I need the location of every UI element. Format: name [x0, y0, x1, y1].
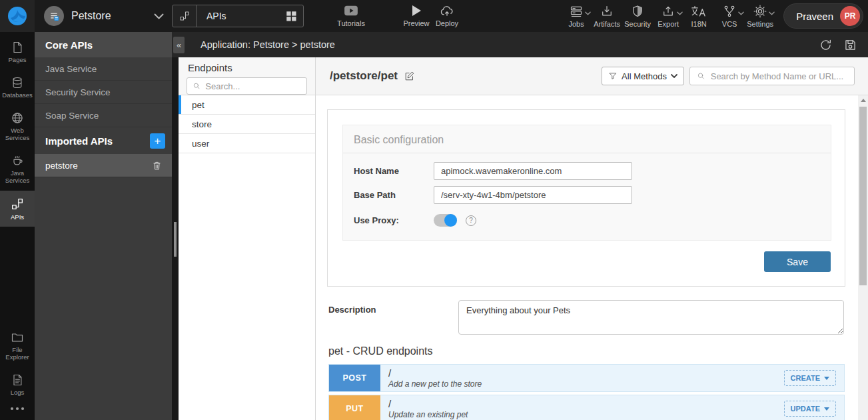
- host-name-input[interactable]: [434, 162, 632, 180]
- ellipsis-icon: [10, 407, 25, 411]
- more-options-button[interactable]: [0, 403, 35, 420]
- scrollbar-thumb[interactable]: [859, 107, 867, 285]
- endpoint-item-user[interactable]: user: [179, 134, 315, 153]
- api-nav-item-java-service[interactable]: Java Service: [35, 57, 172, 81]
- artifacts-button[interactable]: Artifacts: [592, 0, 622, 32]
- sidebar-item-java-services[interactable]: Java Services: [0, 148, 35, 191]
- chevron-down-icon: [671, 74, 677, 78]
- project-name: Petstore: [71, 10, 147, 22]
- artifacts-label: Artifacts: [594, 20, 620, 28]
- create-action-button[interactable]: CREATE: [784, 370, 836, 386]
- add-api-button[interactable]: +: [150, 133, 165, 149]
- endpoints-search-input[interactable]: [205, 81, 301, 91]
- user-menu[interactable]: Praveen PR: [783, 3, 863, 29]
- page-icon: [11, 41, 24, 54]
- deploy-button[interactable]: Deploy: [432, 0, 462, 32]
- caret-down-icon: [824, 377, 829, 380]
- endpoint-row-post[interactable]: POST / Add a new pet to the store CREATE: [328, 364, 845, 392]
- description-textarea[interactable]: Everything about your Pets: [458, 300, 844, 335]
- tutorials-label: Tutorials: [337, 19, 365, 27]
- save-icon[interactable]: [843, 38, 857, 52]
- methods-filter-dropdown[interactable]: All Methods: [602, 67, 684, 85]
- save-button[interactable]: Save: [764, 251, 831, 272]
- api-nav-item-security-service[interactable]: Security Service: [35, 81, 172, 104]
- page-title: /petstore/pet: [330, 69, 415, 83]
- export-button[interactable]: Export: [653, 0, 683, 32]
- caret-down-icon: [824, 407, 829, 411]
- endpoint-item-pet[interactable]: pet: [179, 95, 315, 115]
- security-button[interactable]: Security: [622, 0, 653, 32]
- sidebar-item-logs[interactable]: Logs: [0, 367, 35, 403]
- sidebar-label: File Explorer: [1, 347, 34, 361]
- chevron-down-icon: [677, 11, 683, 15]
- api-nav-item-soap-service[interactable]: Soap Service: [35, 104, 172, 127]
- sidebar-item-file-explorer[interactable]: File Explorer: [0, 325, 35, 367]
- wavemaker-logo[interactable]: [0, 0, 35, 32]
- api-nav-item-petstore[interactable]: petstore: [35, 154, 172, 177]
- sidebar-label: Web Services: [1, 127, 34, 142]
- update-action-label: UPDATE: [791, 405, 820, 413]
- method-search: [689, 67, 855, 85]
- endpoints-title: Endpoints: [188, 62, 307, 73]
- edit-icon[interactable]: [404, 71, 415, 82]
- detail-header-controls: All Methods: [602, 67, 855, 85]
- description-row: Description Everything about your Pets: [328, 300, 844, 335]
- chevron-down-icon: [769, 11, 775, 15]
- sidebar-item-pages[interactable]: Pages: [0, 35, 35, 70]
- scrollbar-up-arrow[interactable]: [858, 95, 868, 105]
- endpoint-path: /: [388, 367, 784, 379]
- host-name-label: Host Name: [354, 166, 434, 176]
- toggle-knob: [444, 214, 457, 227]
- imported-apis-label: Imported APIs: [45, 135, 113, 147]
- shield-icon: [631, 5, 644, 18]
- context-selector-label: APIs: [197, 11, 285, 21]
- deploy-label: Deploy: [436, 19, 458, 27]
- sidebar-scrollbar-thumb[interactable]: [174, 222, 177, 257]
- update-action-button[interactable]: UPDATE: [784, 401, 836, 417]
- collapse-panel-button[interactable]: «: [173, 37, 185, 53]
- create-action-label: CREATE: [791, 374, 820, 382]
- jobs-label: Jobs: [569, 20, 584, 28]
- context-selector[interactable]: APIs: [172, 5, 304, 27]
- sidebar-label: Pages: [9, 57, 27, 64]
- main-content: /petstore/pet All Methods: [315, 57, 868, 420]
- api-icon: [10, 197, 25, 211]
- gear-icon: [753, 5, 767, 18]
- sidebar-label: Databases: [2, 92, 32, 99]
- jobs-button[interactable]: Jobs: [561, 0, 592, 32]
- sidebar-item-databases[interactable]: Databases: [0, 70, 35, 105]
- endpoint-item-store[interactable]: store: [179, 115, 315, 134]
- use-proxy-toggle[interactable]: [434, 214, 457, 227]
- help-icon[interactable]: ?: [466, 215, 476, 226]
- detail-header: /petstore/pet All Methods: [316, 57, 868, 95]
- upload-icon: [661, 5, 675, 18]
- main-scrollbar[interactable]: [858, 95, 868, 420]
- preview-button[interactable]: Preview: [401, 0, 432, 32]
- globe-icon: [11, 111, 24, 125]
- project-selector[interactable]: Petstore: [35, 6, 172, 26]
- sidebar-label: APIs: [11, 214, 24, 221]
- settings-button[interactable]: Settings: [745, 0, 775, 32]
- topbar-actions: Tutorials Preview Deploy: [336, 0, 462, 32]
- base-path-input[interactable]: [434, 186, 632, 204]
- export-label: Export: [657, 20, 679, 28]
- sidebar-label: Logs: [11, 389, 25, 397]
- delete-api-button[interactable]: [151, 160, 163, 171]
- sidebar-item-apis[interactable]: APIs: [0, 191, 35, 227]
- i18n-label: I18N: [691, 20, 707, 28]
- sidebar-item-web-services[interactable]: Web Services: [0, 105, 35, 148]
- chevron-down-icon: [738, 11, 744, 15]
- i18n-button[interactable]: I18N: [683, 0, 714, 32]
- endpoint-row-put[interactable]: PUT / Update an existing pet UPDATE: [328, 395, 845, 420]
- vcs-button[interactable]: VCS: [714, 0, 745, 32]
- play-icon: [411, 5, 422, 17]
- refresh-icon[interactable]: [819, 38, 833, 52]
- search-icon: [193, 81, 201, 91]
- tutorials-button[interactable]: Tutorials: [336, 0, 366, 32]
- method-search-input[interactable]: [711, 71, 847, 81]
- database-icon: [11, 76, 24, 89]
- sidebar-label: Java Services: [1, 170, 34, 185]
- base-path-row: Base Path: [343, 186, 831, 204]
- endpoint-info: / Update an existing pet: [380, 395, 784, 420]
- grid-icon[interactable]: [285, 10, 303, 22]
